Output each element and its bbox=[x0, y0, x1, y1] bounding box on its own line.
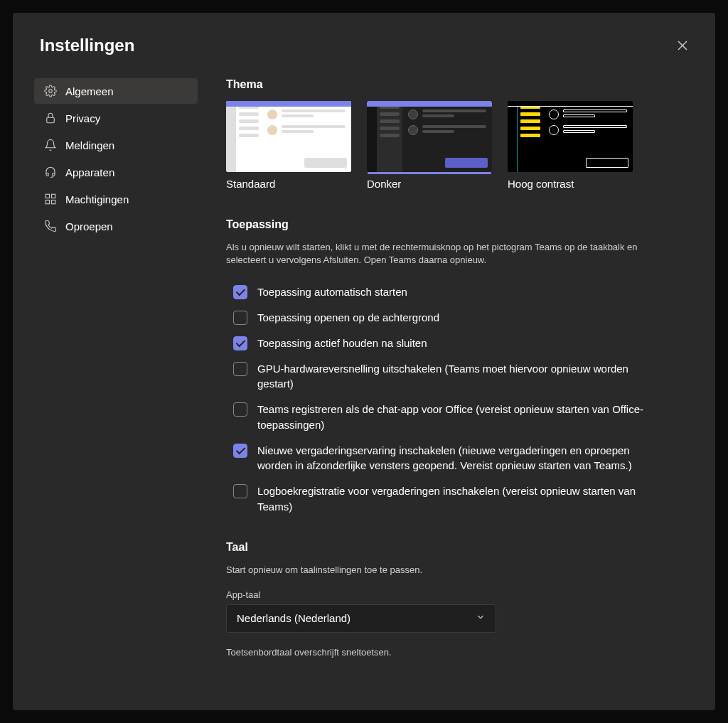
theme-preview-dark bbox=[367, 101, 492, 172]
check-row-autostart: Toepassing automatisch starten bbox=[226, 279, 687, 305]
content-panel: Thema Standaard bbox=[226, 78, 694, 687]
sidebar-item-label: Privacy bbox=[65, 112, 100, 124]
sidebar: Algemeen Privacy Meldingen Apparaten bbox=[34, 78, 198, 687]
checkbox-meeting-logging[interactable] bbox=[233, 484, 247, 498]
check-row-meeting-logging: Logboekregistratie voor vergaderingen in… bbox=[226, 478, 687, 520]
sidebar-item-label: Machtigingen bbox=[65, 193, 129, 205]
app-language-select[interactable]: Nederlands (Nederland) bbox=[226, 604, 496, 633]
sidebar-item-devices[interactable]: Apparaten bbox=[34, 159, 198, 185]
check-row-register-chat-app: Teams registreren als de chat-app voor O… bbox=[226, 397, 687, 438]
sidebar-item-privacy[interactable]: Privacy bbox=[34, 105, 198, 131]
headset-icon bbox=[44, 166, 57, 178]
theme-label: Standaard bbox=[226, 178, 351, 190]
application-section-desc: Als u opnieuw wilt starten, klikt u met … bbox=[226, 241, 653, 267]
app-language-label: App-taal bbox=[226, 589, 687, 600]
dialog-body: Algemeen Privacy Meldingen Apparaten bbox=[34, 78, 694, 687]
svg-rect-3 bbox=[47, 117, 55, 123]
close-icon bbox=[678, 41, 687, 53]
theme-label: Donker bbox=[367, 178, 492, 190]
sidebar-item-notifications[interactable]: Meldingen bbox=[34, 132, 198, 158]
checkbox-keep-running[interactable] bbox=[233, 336, 247, 350]
theme-preview-standard bbox=[226, 101, 351, 172]
keyboard-language-hint: Toetsenbordtaal overschrijft sneltoetsen… bbox=[226, 647, 687, 658]
check-row-disable-gpu: GPU-hardwareversnelling uitschakelen (Te… bbox=[226, 356, 687, 397]
sidebar-item-calls[interactable]: Oproepen bbox=[34, 213, 198, 239]
sidebar-item-general[interactable]: Algemeen bbox=[34, 78, 198, 104]
dialog-header: Instellingen bbox=[34, 36, 694, 58]
checkbox-new-meeting-experience[interactable] bbox=[233, 444, 247, 458]
checkbox-register-chat-app[interactable] bbox=[233, 402, 247, 417]
svg-rect-5 bbox=[52, 194, 55, 198]
phone-icon bbox=[44, 220, 57, 232]
theme-option-standard[interactable]: Standaard bbox=[226, 101, 351, 190]
application-section-title: Toepassing bbox=[226, 218, 687, 231]
svg-point-2 bbox=[49, 90, 53, 93]
check-row-keep-running: Toepassing actief houden na sluiten bbox=[226, 331, 687, 356]
language-section-desc: Start opnieuw om taalinstellingen toe te… bbox=[226, 564, 653, 577]
checkbox-label: Nieuwe vergaderingservaring inschakelen … bbox=[257, 443, 655, 474]
settings-dialog: Instellingen Algemeen Privacy bbox=[13, 13, 715, 710]
checkbox-label: GPU-hardwareversnelling uitschakelen (Te… bbox=[257, 361, 655, 392]
dialog-title: Instellingen bbox=[34, 36, 134, 55]
svg-rect-4 bbox=[46, 194, 49, 198]
language-section-title: Taal bbox=[226, 541, 687, 554]
sidebar-item-label: Oproepen bbox=[65, 220, 113, 232]
checkbox-label: Toepassing actief houden na sluiten bbox=[257, 336, 427, 351]
checkbox-label: Logboekregistratie voor vergaderingen in… bbox=[257, 483, 655, 515]
checkbox-label: Toepassing automatisch starten bbox=[257, 284, 407, 300]
checkbox-open-background[interactable] bbox=[233, 311, 247, 325]
checkbox-label: Toepassing openen op de achtergrond bbox=[257, 310, 439, 326]
check-row-open-background: Toepassing openen op de achtergrond bbox=[226, 305, 687, 331]
chevron-down-icon bbox=[476, 612, 486, 625]
grid-icon bbox=[44, 193, 57, 205]
theme-option-dark[interactable]: Donker bbox=[367, 101, 492, 190]
checkbox-autostart[interactable] bbox=[233, 285, 247, 299]
checkbox-disable-gpu[interactable] bbox=[233, 362, 247, 376]
application-checklist: Toepassing automatisch starten Toepassin… bbox=[226, 279, 687, 519]
bell-icon bbox=[44, 139, 57, 151]
svg-rect-6 bbox=[46, 200, 49, 204]
theme-preview-high-contrast bbox=[508, 101, 633, 172]
sidebar-item-label: Meldingen bbox=[65, 139, 114, 151]
sidebar-item-label: Apparaten bbox=[65, 166, 114, 178]
gear-icon bbox=[44, 85, 57, 97]
theme-options: Standaard Donker bbox=[226, 101, 687, 190]
sidebar-item-label: Algemeen bbox=[65, 85, 114, 97]
lock-icon bbox=[44, 112, 57, 124]
checkbox-label: Teams registreren als de chat-app voor O… bbox=[257, 402, 655, 433]
theme-label: Hoog contrast bbox=[508, 178, 633, 190]
sidebar-item-permissions[interactable]: Machtigingen bbox=[34, 186, 198, 212]
theme-option-high-contrast[interactable]: Hoog contrast bbox=[508, 101, 633, 190]
app-language-value: Nederlands (Nederland) bbox=[237, 612, 350, 624]
close-button[interactable] bbox=[671, 36, 694, 58]
svg-rect-7 bbox=[52, 200, 55, 204]
check-row-new-meeting-experience: Nieuwe vergaderingservaring inschakelen … bbox=[226, 438, 687, 479]
theme-section-title: Thema bbox=[226, 78, 687, 91]
